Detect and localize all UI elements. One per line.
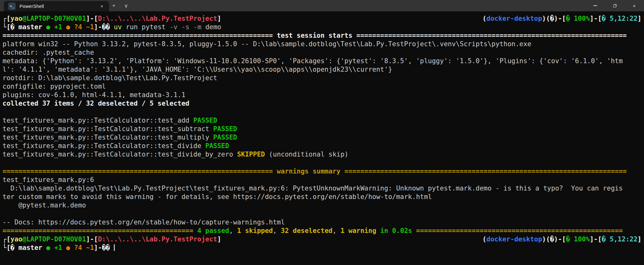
replacement-char-glyph: �: [602, 15, 610, 22]
git-working-dot: ●: [66, 23, 74, 31]
text-segment: uv: [114, 23, 122, 31]
line-segments: test_fixtures_mark.py::TestCalculator::t…: [3, 151, 348, 158]
text-segment: master: [19, 23, 47, 31]
text-segment: l': '4.1.1', 'metadata': '3.1.1'}, 'JAVA…: [3, 66, 392, 73]
terminal-line: configfile: pyproject.toml: [3, 82, 641, 91]
line-segments: rootdir: D:\lab\sample.dotblog\Test\Lab.…: [3, 74, 217, 82]
text-segment: D:\lab\sample.dotblog\Test\Lab.Py.TestPr…: [3, 185, 623, 192]
new-tab-button[interactable]: +: [109, 1, 119, 10]
text-segment: +1: [54, 244, 66, 251]
text-segment: ]: [217, 235, 221, 243]
terminal-output[interactable]: ┌[yao@LAPTOP-D07HOV01]-[D:\..\..\..\Lab.…: [0, 11, 644, 265]
terminal-line: -- Docs: https://docs.pytest.org/en/stab…: [3, 218, 641, 227]
terminal-line: └[� master ● +1 ● ?4 ~1]-�� uv run pytes…: [3, 23, 641, 31]
text-segment: ]-: [94, 244, 102, 251]
text-segment: ,: [332, 227, 340, 235]
line-segments: metadata: {'Python': '3.13.2', 'Platform…: [3, 57, 623, 65]
text-segment: docker-desktop: [486, 235, 542, 243]
terminal-line: rootdir: D:\lab\sample.dotblog\Test\Lab.…: [3, 74, 641, 82]
text-segment: ]-[: [590, 235, 602, 243]
line-segments: test_fixtures_mark.py::TestCalculator::t…: [3, 134, 237, 141]
text-segment: ]-[: [86, 15, 98, 22]
terminal-line: metadata: {'Python': '3.13.2', 'Platform…: [3, 57, 641, 65]
text-segment: -v -s -m: [169, 23, 201, 31]
tab-dropdown-button[interactable]: ∨: [121, 1, 131, 10]
line-segments: test_fixtures_mark.py:6: [3, 176, 94, 184]
line-segments: ========================================…: [3, 168, 627, 175]
replacement-char-glyph: �: [566, 15, 574, 22]
text-segment: 4 passed: [197, 227, 229, 235]
text-segment: ]-: [94, 23, 102, 31]
line-segments: └[� master ● +1 ● ?4 ~1]-��: [3, 244, 115, 251]
text-segment: metadata: {'Python': '3.13.2', 'Platform…: [3, 57, 623, 65]
git-staged-dot: ●: [46, 244, 54, 251]
text-segment: [3, 108, 7, 116]
text-segment: [110, 244, 114, 251]
tabbar-divider: [120, 3, 120, 8]
text-segment: ]: [637, 15, 641, 22]
tab-powershell[interactable]: >_ PowerShell ×: [4, 1, 109, 11]
text-segment: test_fixtures_mark.py::TestCalculator::t…: [3, 125, 213, 133]
text-segment: )-[: [554, 15, 566, 22]
text-segment: yao: [10, 15, 22, 22]
text-segment: ]: [217, 15, 221, 22]
text-segment: test_fixtures_mark.py::TestCalculator::t…: [3, 117, 193, 124]
text-segment: └[: [3, 23, 10, 31]
text-segment: 1 warning: [341, 227, 376, 235]
line-segments: test_fixtures_mark.py::TestCalculator::t…: [3, 142, 229, 150]
close-button[interactable]: ×: [625, 0, 644, 11]
text-segment: platform win32 -- Python 3.13.2, pytest-…: [3, 40, 531, 48]
text-segment: ========================================…: [412, 227, 623, 235]
text-segment: ========================================…: [3, 32, 627, 39]
text-segment: ,: [273, 227, 281, 235]
tab-title: PowerShell: [19, 3, 98, 9]
git-staged-dot: ●: [46, 23, 54, 31]
terminal-line: test_fixtures_mark.py:6: [3, 176, 641, 184]
text-segment: rootdir: D:\lab\sample.dotblog\Test\Lab.…: [3, 74, 217, 82]
terminal-line: plugins: cov-6.1.0, html-4.1.1, metadata…: [3, 91, 641, 99]
terminal-line: test_fixtures_mark.py::TestCalculator::t…: [3, 133, 641, 142]
line-segments: ┌[yao@LAPTOP-D07HOV01]-[D:\..\..\..\Lab.…: [3, 14, 221, 23]
terminal-line: [3, 210, 641, 218]
terminal-line: ========================================…: [3, 227, 641, 235]
line-segments: [3, 108, 7, 116]
terminal-line: test_fixtures_mark.py::TestCalculator::t…: [3, 116, 641, 125]
titlebar-drag-region: [131, 0, 586, 11]
terminal-line: ┌[yao@LAPTOP-D07HOV01]-[D:\..\..\..\Lab.…: [3, 235, 641, 244]
text-segment: test_fixtures_mark.py::TestCalculator::t…: [3, 151, 237, 158]
text-segment: D:\..\..\..\Lab.Py.TestProject: [98, 15, 217, 22]
text-segment: 32 deselected: [281, 227, 332, 235]
terminal-line: ========================================…: [3, 31, 641, 40]
terminal-line: cachedir: .pytest_cache: [3, 48, 641, 57]
text-segment: plugins: cov-6.1.0, html-4.1.1, metadata…: [3, 91, 186, 99]
text-segment: 5,12:22: [610, 235, 638, 243]
terminal-cursor: [114, 244, 115, 251]
line-segments: [3, 159, 7, 167]
line-segments: D:\lab\sample.dotblog\Test\Lab.Py.TestPr…: [3, 185, 623, 192]
restore-button[interactable]: [605, 0, 625, 11]
line-segments: ter custom marks to avoid this warning -…: [3, 193, 432, 201]
line-segments: └[� master ● +1 ● ?4 ~1]-�� uv run pytes…: [3, 23, 221, 31]
text-segment: ]-[: [590, 15, 602, 22]
minimize-button[interactable]: [586, 0, 605, 11]
line-segments: ┌[yao@LAPTOP-D07HOV01]-[D:\..\..\..\Lab.…: [3, 235, 221, 244]
text-segment: [3, 159, 7, 167]
text-segment: demo: [201, 23, 221, 31]
replacement-char-glyph: ��: [102, 23, 110, 31]
line-segments: @pytest.mark.demo: [3, 202, 86, 209]
text-segment: in 0.02s: [380, 227, 412, 235]
line-segments: ========================================…: [3, 227, 623, 235]
tab-close-icon[interactable]: ×: [98, 2, 106, 10]
line-segments: test_fixtures_mark.py::TestCalculator::t…: [3, 125, 237, 133]
line-segments: cachedir: .pytest_cache: [3, 49, 94, 56]
text-segment: ?4 ~1: [74, 23, 94, 31]
text-segment: D:\..\..\..\Lab.Py.TestProject: [98, 235, 217, 243]
text-segment: ┌[: [3, 15, 10, 22]
text-segment: run pytest: [122, 23, 169, 31]
powershell-icon: >_: [8, 3, 16, 10]
text-segment: ========================================…: [3, 168, 627, 175]
text-segment: test_fixtures_mark.py:6: [3, 176, 94, 184]
text-segment: ter custom marks to avoid this warning -…: [3, 193, 432, 201]
text-segment: )-[: [554, 235, 566, 243]
text-segment: collected 37 items / 32 deselected / 5 s…: [3, 100, 189, 107]
